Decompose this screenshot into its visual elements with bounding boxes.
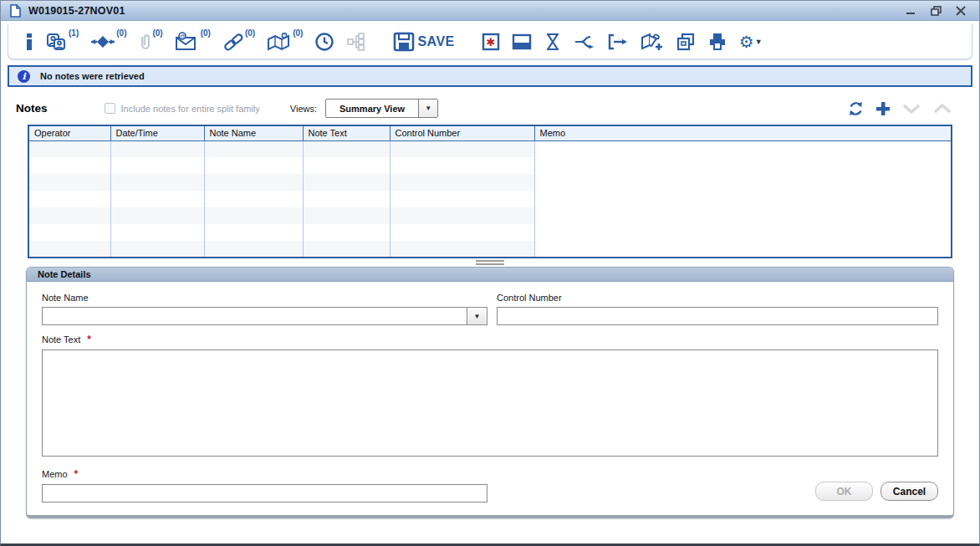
- table-row[interactable]: [28, 174, 952, 191]
- milestones-icon[interactable]: (0): [86, 29, 130, 54]
- refresh-icon[interactable]: [847, 100, 865, 117]
- share-icon[interactable]: (0): [263, 29, 307, 54]
- history-clock-icon[interactable]: [310, 29, 339, 54]
- cancel-button[interactable]: Cancel: [880, 482, 938, 501]
- views-dropdown-caret-icon: ▼: [418, 100, 437, 117]
- views-label: Views:: [290, 104, 317, 114]
- views-selected-value: Summary View: [326, 100, 418, 117]
- note-name-input[interactable]: [43, 308, 467, 324]
- table-row[interactable]: [28, 191, 952, 207]
- col-note-name: Note Name: [204, 125, 303, 140]
- export-bracket-icon[interactable]: [603, 29, 633, 54]
- include-split-family-label: Include notes for entire split family: [121, 104, 260, 114]
- save-label: SAVE: [417, 32, 454, 52]
- attachments-count: (0): [152, 28, 162, 38]
- add-icon[interactable]: [875, 101, 891, 116]
- hourglass-icon[interactable]: [539, 29, 566, 54]
- toolbar-container: (1) (0) (0) @ (0) (0) (0): [1, 21, 979, 59]
- table-row[interactable]: [28, 157, 952, 174]
- ok-button[interactable]: OK: [815, 482, 873, 501]
- note-text-label: Note Text: [42, 334, 80, 344]
- svg-text:✱: ✱: [486, 35, 495, 48]
- restore-button[interactable]: [929, 4, 942, 18]
- col-control-number: Control Number: [390, 125, 534, 140]
- memo-required-marker: *: [74, 468, 79, 480]
- copy-icon[interactable]: [671, 29, 700, 54]
- notes-header-row: Notes Include notes for entire split fam…: [16, 99, 964, 118]
- table-row[interactable]: [28, 140, 952, 157]
- attachments-icon[interactable]: (0): [134, 29, 166, 54]
- move-down-icon[interactable]: [901, 102, 921, 115]
- info-icon[interactable]: [20, 29, 38, 54]
- notes-table: Operator Date/Time Note Name Note Text C…: [28, 125, 952, 258]
- notes-heading: Notes: [16, 102, 48, 115]
- links-count: (0): [245, 28, 255, 38]
- control-number-label: Control Number: [497, 293, 938, 303]
- gear-caret-icon: ▼: [755, 33, 763, 51]
- title-bar: W019015-27NOV01: [1, 1, 979, 21]
- alert-info-icon: i: [18, 70, 30, 83]
- window-title: W019015-27NOV01: [28, 5, 125, 17]
- views-dropdown[interactable]: Summary View ▼: [325, 99, 438, 118]
- col-memo: Memo: [534, 125, 952, 140]
- note-details-title: Note Details: [27, 268, 953, 282]
- document-icon: [9, 4, 22, 18]
- required-fields-icon[interactable]: ✱: [477, 29, 504, 54]
- share-count: (0): [293, 28, 303, 38]
- note-name-combobox[interactable]: ▼: [42, 307, 487, 325]
- splitter-handle[interactable]: [1, 258, 979, 267]
- correspondence-icon[interactable]: @ (0): [171, 29, 215, 54]
- add-note-icon[interactable]: [636, 29, 668, 54]
- parties-count: (1): [69, 28, 79, 38]
- application-window: W019015-27NOV01 (1) (0): [0, 0, 980, 546]
- memo-label: Memo: [42, 469, 68, 479]
- col-datetime: Date/Time: [110, 125, 204, 140]
- table-row[interactable]: [28, 224, 952, 241]
- alert-bar: i No notes were retrieved: [8, 65, 972, 87]
- alert-message: No notes were retrieved: [40, 71, 145, 81]
- parties-icon[interactable]: (1): [42, 29, 83, 54]
- close-button[interactable]: [954, 4, 967, 18]
- svg-text:@: @: [179, 33, 185, 38]
- note-text-input[interactable]: [42, 350, 938, 457]
- control-number-input[interactable]: [497, 307, 938, 325]
- toolbar: (1) (0) (0) @ (0) (0) (0): [8, 24, 972, 59]
- note-name-label: Note Name: [42, 293, 487, 303]
- milestones-count: (0): [116, 28, 126, 38]
- links-icon[interactable]: (0): [218, 29, 259, 54]
- print-icon[interactable]: [703, 29, 732, 54]
- split-family-icon[interactable]: [342, 29, 370, 54]
- save-button[interactable]: SAVE: [389, 29, 458, 54]
- include-split-family-checkbox[interactable]: [105, 103, 115, 114]
- col-note-text: Note Text: [303, 125, 390, 140]
- note-name-dropdown-caret-icon[interactable]: ▼: [467, 308, 487, 324]
- note-text-required-marker: *: [87, 334, 91, 345]
- move-up-icon[interactable]: [932, 102, 952, 115]
- settings-gear-icon[interactable]: ⚙ ▼: [735, 30, 767, 54]
- minimize-button[interactable]: [904, 4, 917, 18]
- col-operator: Operator: [28, 125, 110, 140]
- branch-icon[interactable]: [569, 29, 600, 54]
- table-header-row: Operator Date/Time Note Name Note Text C…: [28, 125, 952, 140]
- table-row[interactable]: [28, 241, 952, 258]
- table-row[interactable]: [28, 207, 952, 224]
- memo-input[interactable]: [42, 484, 487, 503]
- panel-view-icon[interactable]: [508, 29, 536, 54]
- correspondence-count: (0): [201, 28, 211, 38]
- note-details-panel: Note Details Note Name ▼ Control Number: [26, 267, 954, 518]
